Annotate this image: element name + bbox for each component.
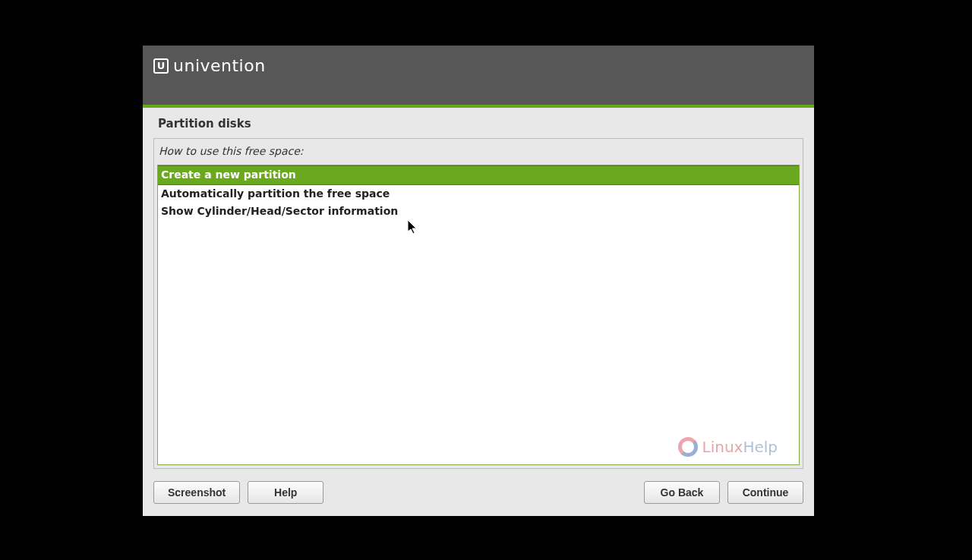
options-list: Create a new partition Automatically par… (157, 165, 800, 465)
continue-button[interactable]: Continue (727, 481, 803, 504)
help-button[interactable]: Help (248, 481, 323, 504)
option-create-new-partition[interactable]: Create a new partition (158, 165, 799, 185)
watermark-icon (678, 437, 698, 457)
header-bar: U univention (143, 46, 814, 105)
button-bar: Screenshot Help Go Back Continue (143, 469, 814, 516)
installer-window: U univention Partition disks How to use … (143, 46, 814, 516)
prompt-label: How to use this free space: (154, 139, 803, 162)
screenshot-button[interactable]: Screenshot (153, 481, 240, 504)
brand-logo-text: univention (173, 56, 266, 75)
option-show-chs-info[interactable]: Show Cylinder/Head/Sector information (158, 203, 799, 221)
page-title: Partition disks (143, 108, 814, 138)
watermark-text-part1: Linux (702, 438, 743, 456)
content-panel: How to use this free space: Create a new… (153, 138, 803, 469)
watermark: LinuxHelp (678, 437, 778, 457)
button-spacer (331, 481, 636, 504)
go-back-button[interactable]: Go Back (644, 481, 720, 504)
option-auto-partition[interactable]: Automatically partition the free space (158, 185, 799, 203)
brand-logo: U univention (153, 56, 266, 75)
watermark-text-part2: Help (743, 438, 778, 456)
brand-logo-icon: U (153, 58, 169, 74)
